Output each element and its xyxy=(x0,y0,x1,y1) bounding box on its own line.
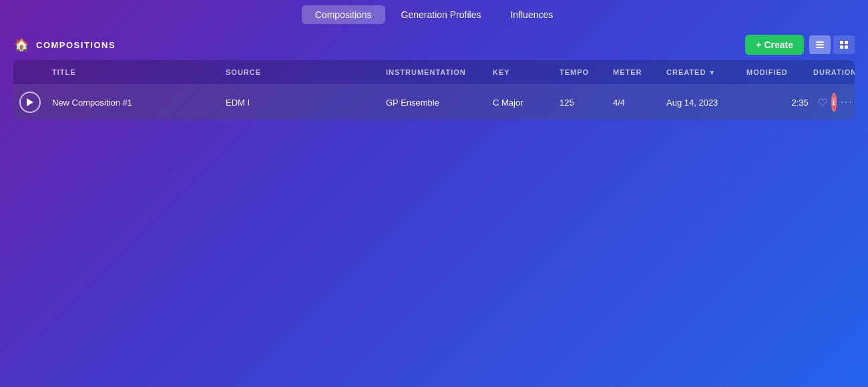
play-icon xyxy=(27,98,33,106)
tempo-cell: 125 xyxy=(554,94,608,112)
page-title: COMPOSITIONS xyxy=(36,40,116,50)
svg-rect-0 xyxy=(816,41,824,43)
col-created[interactable]: CREATED ▼ xyxy=(661,66,741,79)
col-play xyxy=(13,66,47,79)
instrumentation-cell: GP Ensemble xyxy=(381,94,487,112)
title-cell: New Composition #1 xyxy=(47,94,220,112)
key-cell: C Major xyxy=(487,94,554,112)
table-row: New Composition #1 EDM I GP Ensemble C M… xyxy=(13,85,855,120)
col-modified: MODIFIED xyxy=(741,66,808,79)
compositions-table: TITLE SOURCE INSTRUMENTATION KEY TEMPO M… xyxy=(13,60,855,120)
created-cell: Aug 14, 2023 xyxy=(661,94,741,112)
svg-marker-7 xyxy=(27,98,33,106)
top-navigation: Compositions Generation Profiles Influen… xyxy=(0,0,868,29)
table-header: TITLE SOURCE INSTRUMENTATION KEY TEMPO M… xyxy=(13,60,855,85)
col-instrumentation: INSTRUMENTATION xyxy=(381,66,487,79)
header-actions: + Create xyxy=(745,35,855,55)
nav-tab-influences[interactable]: Influences xyxy=(497,5,566,24)
create-button[interactable]: + Create xyxy=(745,35,804,55)
grid-view-button[interactable] xyxy=(833,35,855,54)
sort-icon: ▼ xyxy=(708,69,716,76)
play-button[interactable] xyxy=(19,92,41,113)
svg-rect-4 xyxy=(845,41,848,44)
home-icon[interactable]: 🏠 xyxy=(13,37,29,53)
info-button[interactable]: i xyxy=(831,93,837,112)
svg-rect-2 xyxy=(816,47,824,48)
view-toggle xyxy=(809,35,855,54)
page-header: 🏠 COMPOSITIONS + Create xyxy=(0,29,868,60)
col-duration: DURATION xyxy=(808,66,855,79)
source-cell: EDM I xyxy=(220,94,381,112)
more-options-icon[interactable]: ··· xyxy=(841,96,853,108)
svg-rect-5 xyxy=(840,45,843,49)
svg-rect-6 xyxy=(845,45,848,49)
col-source: SOURCE xyxy=(220,66,381,79)
nav-tab-compositions[interactable]: Compositions xyxy=(302,5,385,24)
nav-tab-generation-profiles[interactable]: Generation Profiles xyxy=(388,5,495,24)
grid-view-icon xyxy=(839,39,849,50)
svg-rect-3 xyxy=(840,41,843,44)
list-view-icon xyxy=(815,39,825,50)
meter-cell: 4/4 xyxy=(608,94,661,112)
play-cell xyxy=(13,88,47,117)
favorite-icon[interactable]: ♡ xyxy=(818,96,827,109)
list-view-button[interactable] xyxy=(809,35,831,54)
col-title: TITLE xyxy=(47,66,220,79)
col-meter: METER xyxy=(608,66,661,79)
col-tempo: TEMPO xyxy=(554,66,608,79)
col-key: KEY xyxy=(487,66,554,79)
duration-actions-cell: 2:35 ♡ i ··· xyxy=(808,89,855,116)
svg-rect-1 xyxy=(816,44,824,45)
